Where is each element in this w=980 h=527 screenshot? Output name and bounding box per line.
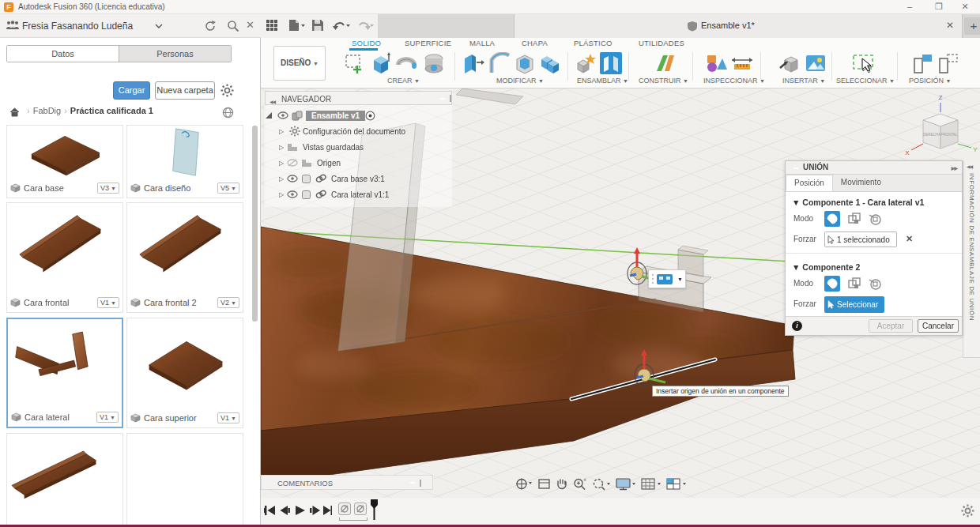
upload-button[interactable]: Cargar: [113, 81, 150, 100]
component-card-cara-lateral[interactable]: Cara lateral V1▼: [6, 318, 123, 428]
visibility-eye-icon[interactable]: [287, 190, 301, 198]
joint-dialog-header[interactable]: UNIÓN ▶▶: [786, 161, 962, 175]
viewport-3d[interactable]: DERECHA FRONTAL Z X Y ◀◀ NAVEGADOR Ensam…: [261, 88, 980, 498]
tree-row-saved-views[interactable]: ▷ Vistas guardadas: [265, 139, 452, 155]
component1-header[interactable]: ▼ Componente 1 - Cara lateral v1: [786, 192, 962, 209]
tree-expand-icon[interactable]: [265, 111, 277, 119]
timeline-joint-feature-1[interactable]: [338, 503, 351, 515]
user-name[interactable]: Fresia Fasanando Ludeña: [22, 21, 133, 32]
press-pull-icon[interactable]: [462, 52, 484, 74]
save-icon[interactable]: [311, 19, 324, 32]
zoom-icon[interactable]: +: [573, 477, 587, 491]
tree-row-cara-lateral[interactable]: ▷ Cara lateral v1:1: [265, 186, 452, 202]
comments-panel[interactable]: COMENTARIOS: [261, 475, 433, 490]
expand-right-icon[interactable]: ▶▶: [952, 165, 957, 171]
mode-between-faces-icon[interactable]: [846, 276, 862, 292]
new-tab-button[interactable]: +: [964, 17, 980, 35]
joint-info-strip[interactable]: ◀◀ INFORMACIÓN DE ENSAMBLAJE DE UNIÓN: [963, 160, 980, 358]
group-label-ensamblar[interactable]: ENSAMBLAR ▼: [577, 77, 628, 85]
tree-root-label[interactable]: Ensamble v1: [306, 111, 365, 121]
cancel-button[interactable]: Cancelar: [918, 319, 959, 333]
timeline-marker[interactable]: [370, 499, 379, 521]
capture-position-icon[interactable]: [911, 52, 933, 74]
group-label-inspeccionar[interactable]: INSPECCIONAR ▼: [703, 77, 765, 85]
cylinder-icon[interactable]: [423, 52, 445, 74]
search-icon[interactable]: [227, 20, 239, 32]
joint-mini-toolbar[interactable]: ▼: [648, 269, 686, 288]
extrude-icon[interactable]: [370, 52, 392, 74]
ribbon-tab-malla[interactable]: MALLA: [469, 39, 495, 47]
redo-icon[interactable]: [356, 19, 375, 32]
combine-icon[interactable]: [539, 52, 561, 74]
new-component-icon[interactable]: [575, 52, 597, 74]
visibility-off-eye-icon[interactable]: [287, 159, 301, 167]
chevron-down-icon[interactable]: [155, 24, 163, 28]
panel-settings-gear-icon[interactable]: [220, 84, 234, 97]
ribbon-tab-solido[interactable]: SOLIDO: [352, 39, 381, 47]
component-card-cara-base[interactable]: Cara base V3▼: [6, 125, 123, 198]
visibility-eye-icon[interactable]: [277, 111, 292, 119]
version-dropdown[interactable]: V1▼: [97, 297, 119, 308]
cloud-sync-icon[interactable]: [222, 107, 234, 119]
activate-radio-icon[interactable]: [365, 111, 381, 121]
component-card-cara-frontal[interactable]: Cara frontal V1▼: [6, 202, 123, 313]
ribbon-tab-chapa[interactable]: CHAPA: [522, 39, 548, 47]
mode-simple-icon[interactable]: [824, 211, 840, 227]
orbit-icon[interactable]: [515, 477, 533, 491]
mode-between-faces-icon[interactable]: [846, 211, 862, 227]
display-settings-icon[interactable]: [616, 477, 636, 491]
component-card-cara-frontal-2[interactable]: Cara frontal 2 V2▼: [126, 202, 243, 313]
component-card-cara-trasera[interactable]: Cara trasera V2▼: [6, 433, 123, 527]
construct-plane-icon[interactable]: [654, 52, 677, 74]
group-label-construir[interactable]: CONSTRUIR ▼: [639, 77, 688, 85]
cube-face-left-label[interactable]: DERECHA: [923, 133, 940, 137]
cube-face-right-label[interactable]: FRONTAL: [941, 133, 958, 137]
group-label-seleccionar[interactable]: SELECCIONAR ▼: [836, 77, 895, 85]
version-dropdown[interactable]: V3▼: [97, 183, 119, 194]
panel-grip[interactable]: [420, 480, 421, 487]
tree-expand-icon[interactable]: ▷: [276, 175, 287, 183]
undo-icon[interactable]: [332, 19, 351, 32]
version-dropdown[interactable]: V1▼: [217, 412, 239, 423]
revolve-icon[interactable]: [395, 52, 417, 74]
tree-row-origin[interactable]: ▷ Origen: [265, 155, 452, 171]
version-dropdown[interactable]: V5▼: [217, 183, 239, 194]
app-grid-icon[interactable]: [266, 19, 278, 32]
component-card-cara-superior[interactable]: Cara superior V1▼: [126, 318, 243, 428]
panel-grip[interactable]: [450, 95, 451, 102]
component-card-ensamble[interactable]: Ensamble V1▼: [126, 433, 243, 527]
tree-row-doc-settings[interactable]: ▷ Configuración del documento: [265, 123, 452, 139]
panel-scrollbar[interactable]: [252, 126, 258, 322]
mode-motion-icon[interactable]: [867, 211, 883, 227]
file-menu-icon[interactable]: [288, 19, 305, 32]
group-label-posicion[interactable]: POSICIÓN ▼: [909, 77, 951, 85]
viewports-icon[interactable]: [666, 477, 687, 491]
info-icon[interactable]: i: [792, 321, 802, 331]
ribbon-tab-utilidades[interactable]: UTILIDADES: [639, 39, 684, 47]
ruler-icon[interactable]: [730, 52, 754, 74]
new-folder-button[interactable]: Nueva carpeta: [155, 81, 215, 100]
create-sketch-icon[interactable]: [344, 52, 364, 74]
close-tab-icon[interactable]: ✕: [946, 20, 954, 31]
tree-expand-icon[interactable]: ▷: [276, 191, 287, 198]
accept-button[interactable]: Aceptar: [869, 319, 913, 333]
ribbon-tab-plastico[interactable]: PLÁSTICO: [574, 39, 612, 47]
breadcrumb-root[interactable]: FabDig: [33, 106, 61, 115]
tree-expand-icon[interactable]: ▷: [276, 160, 287, 167]
measure-icon[interactable]: [705, 52, 727, 74]
version-dropdown[interactable]: V1▼: [96, 412, 119, 423]
tab-movimiento[interactable]: Movimiento: [833, 175, 889, 191]
fillet-icon[interactable]: [488, 52, 511, 74]
tree-row-cara-base[interactable]: ▷ Cara base v3:1: [265, 171, 452, 186]
mode-motion-icon[interactable]: [867, 276, 883, 292]
minimize-button[interactable]: –: [898, 0, 922, 13]
group-label-crear[interactable]: CREAR ▼: [387, 77, 420, 85]
timeline-joint-feature-2[interactable]: [354, 503, 367, 515]
joint-type-caret-icon[interactable]: ▼: [677, 277, 683, 282]
insert-canvas-icon[interactable]: [805, 52, 827, 74]
timeline-settings-gear-icon[interactable]: [961, 504, 974, 518]
group-label-modificar[interactable]: MODIFICAR ▼: [496, 77, 544, 85]
version-dropdown[interactable]: V2▼: [217, 297, 239, 308]
ribbon-tab-superficie[interactable]: SUPERFICIE: [405, 39, 451, 47]
home-icon[interactable]: [9, 107, 20, 117]
